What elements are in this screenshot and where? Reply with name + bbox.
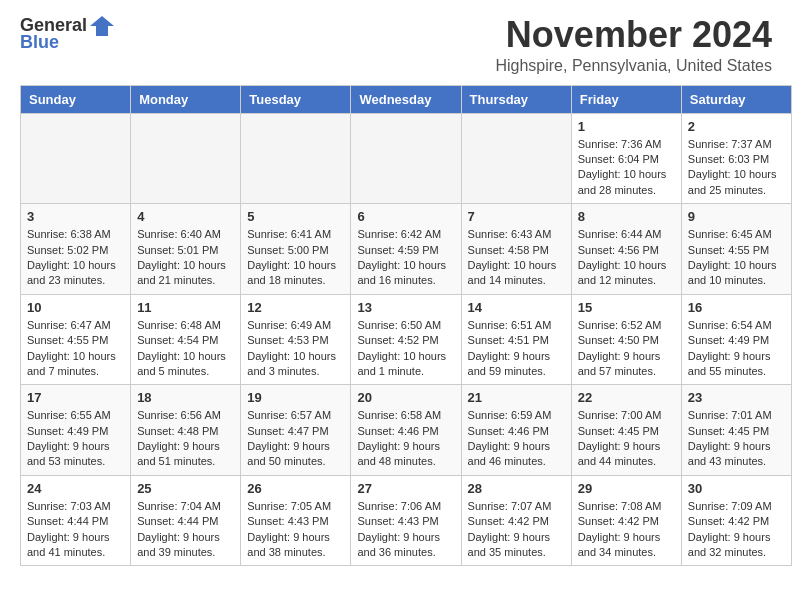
day-info: Sunrise: 6:58 AM Sunset: 4:46 PM Dayligh… bbox=[357, 408, 454, 470]
day-info: Sunrise: 7:03 AM Sunset: 4:44 PM Dayligh… bbox=[27, 499, 124, 561]
calendar-week-4: 17Sunrise: 6:55 AM Sunset: 4:49 PM Dayli… bbox=[21, 385, 792, 476]
day-info: Sunrise: 6:56 AM Sunset: 4:48 PM Dayligh… bbox=[137, 408, 234, 470]
location: Highspire, Pennsylvania, United States bbox=[495, 57, 772, 75]
day-number: 30 bbox=[688, 481, 785, 496]
logo: General Blue bbox=[20, 15, 114, 53]
day-number: 2 bbox=[688, 119, 785, 134]
day-number: 8 bbox=[578, 209, 675, 224]
day-number: 9 bbox=[688, 209, 785, 224]
calendar-cell-w2-d6: 9Sunrise: 6:45 AM Sunset: 4:55 PM Daylig… bbox=[681, 204, 791, 295]
calendar-cell-w4-d5: 22Sunrise: 7:00 AM Sunset: 4:45 PM Dayli… bbox=[571, 385, 681, 476]
logo-icon bbox=[90, 16, 114, 36]
day-info: Sunrise: 7:00 AM Sunset: 4:45 PM Dayligh… bbox=[578, 408, 675, 470]
calendar-cell-w3-d2: 12Sunrise: 6:49 AM Sunset: 4:53 PM Dayli… bbox=[241, 294, 351, 385]
calendar-wrapper: Sunday Monday Tuesday Wednesday Thursday… bbox=[0, 85, 792, 577]
day-info: Sunrise: 6:43 AM Sunset: 4:58 PM Dayligh… bbox=[468, 227, 565, 289]
day-info: Sunrise: 6:51 AM Sunset: 4:51 PM Dayligh… bbox=[468, 318, 565, 380]
day-number: 4 bbox=[137, 209, 234, 224]
day-number: 25 bbox=[137, 481, 234, 496]
calendar-cell-w2-d3: 6Sunrise: 6:42 AM Sunset: 4:59 PM Daylig… bbox=[351, 204, 461, 295]
calendar-cell-w1-d6: 2Sunrise: 7:37 AM Sunset: 6:03 PM Daylig… bbox=[681, 113, 791, 204]
calendar-cell-w5-d3: 27Sunrise: 7:06 AM Sunset: 4:43 PM Dayli… bbox=[351, 475, 461, 566]
calendar-cell-w1-d2 bbox=[241, 113, 351, 204]
day-number: 26 bbox=[247, 481, 344, 496]
calendar-cell-w1-d4 bbox=[461, 113, 571, 204]
day-number: 24 bbox=[27, 481, 124, 496]
calendar-cell-w2-d4: 7Sunrise: 6:43 AM Sunset: 4:58 PM Daylig… bbox=[461, 204, 571, 295]
calendar-cell-w5-d5: 29Sunrise: 7:08 AM Sunset: 4:42 PM Dayli… bbox=[571, 475, 681, 566]
day-info: Sunrise: 7:37 AM Sunset: 6:03 PM Dayligh… bbox=[688, 137, 785, 199]
col-sunday: Sunday bbox=[21, 85, 131, 113]
calendar-cell-w2-d2: 5Sunrise: 6:41 AM Sunset: 5:00 PM Daylig… bbox=[241, 204, 351, 295]
day-info: Sunrise: 6:52 AM Sunset: 4:50 PM Dayligh… bbox=[578, 318, 675, 380]
day-info: Sunrise: 6:55 AM Sunset: 4:49 PM Dayligh… bbox=[27, 408, 124, 470]
day-number: 21 bbox=[468, 390, 565, 405]
calendar-cell-w3-d4: 14Sunrise: 6:51 AM Sunset: 4:51 PM Dayli… bbox=[461, 294, 571, 385]
day-number: 23 bbox=[688, 390, 785, 405]
calendar-cell-w4-d1: 18Sunrise: 6:56 AM Sunset: 4:48 PM Dayli… bbox=[131, 385, 241, 476]
header-row: Sunday Monday Tuesday Wednesday Thursday… bbox=[21, 85, 792, 113]
calendar-week-1: 1Sunrise: 7:36 AM Sunset: 6:04 PM Daylig… bbox=[21, 113, 792, 204]
calendar-cell-w3-d3: 13Sunrise: 6:50 AM Sunset: 4:52 PM Dayli… bbox=[351, 294, 461, 385]
month-title: November 2024 bbox=[495, 15, 772, 55]
logo-blue: Blue bbox=[20, 32, 59, 53]
day-info: Sunrise: 6:40 AM Sunset: 5:01 PM Dayligh… bbox=[137, 227, 234, 289]
day-number: 27 bbox=[357, 481, 454, 496]
calendar-week-2: 3Sunrise: 6:38 AM Sunset: 5:02 PM Daylig… bbox=[21, 204, 792, 295]
day-info: Sunrise: 6:50 AM Sunset: 4:52 PM Dayligh… bbox=[357, 318, 454, 380]
title-section: November 2024 Highspire, Pennsylvania, U… bbox=[495, 15, 772, 75]
day-info: Sunrise: 6:54 AM Sunset: 4:49 PM Dayligh… bbox=[688, 318, 785, 380]
calendar-cell-w5-d6: 30Sunrise: 7:09 AM Sunset: 4:42 PM Dayli… bbox=[681, 475, 791, 566]
calendar-body: 1Sunrise: 7:36 AM Sunset: 6:04 PM Daylig… bbox=[21, 113, 792, 566]
day-number: 3 bbox=[27, 209, 124, 224]
day-number: 28 bbox=[468, 481, 565, 496]
day-info: Sunrise: 6:49 AM Sunset: 4:53 PM Dayligh… bbox=[247, 318, 344, 380]
day-info: Sunrise: 6:42 AM Sunset: 4:59 PM Dayligh… bbox=[357, 227, 454, 289]
day-number: 16 bbox=[688, 300, 785, 315]
calendar-cell-w3-d6: 16Sunrise: 6:54 AM Sunset: 4:49 PM Dayli… bbox=[681, 294, 791, 385]
day-info: Sunrise: 7:36 AM Sunset: 6:04 PM Dayligh… bbox=[578, 137, 675, 199]
day-number: 6 bbox=[357, 209, 454, 224]
calendar-week-5: 24Sunrise: 7:03 AM Sunset: 4:44 PM Dayli… bbox=[21, 475, 792, 566]
calendar-cell-w1-d0 bbox=[21, 113, 131, 204]
calendar-cell-w1-d5: 1Sunrise: 7:36 AM Sunset: 6:04 PM Daylig… bbox=[571, 113, 681, 204]
day-info: Sunrise: 6:47 AM Sunset: 4:55 PM Dayligh… bbox=[27, 318, 124, 380]
day-number: 14 bbox=[468, 300, 565, 315]
day-info: Sunrise: 6:41 AM Sunset: 5:00 PM Dayligh… bbox=[247, 227, 344, 289]
day-info: Sunrise: 7:08 AM Sunset: 4:42 PM Dayligh… bbox=[578, 499, 675, 561]
svg-marker-0 bbox=[90, 16, 114, 36]
day-number: 17 bbox=[27, 390, 124, 405]
calendar-week-3: 10Sunrise: 6:47 AM Sunset: 4:55 PM Dayli… bbox=[21, 294, 792, 385]
day-info: Sunrise: 7:07 AM Sunset: 4:42 PM Dayligh… bbox=[468, 499, 565, 561]
calendar-cell-w3-d0: 10Sunrise: 6:47 AM Sunset: 4:55 PM Dayli… bbox=[21, 294, 131, 385]
calendar-cell-w2-d0: 3Sunrise: 6:38 AM Sunset: 5:02 PM Daylig… bbox=[21, 204, 131, 295]
day-info: Sunrise: 7:01 AM Sunset: 4:45 PM Dayligh… bbox=[688, 408, 785, 470]
day-info: Sunrise: 6:48 AM Sunset: 4:54 PM Dayligh… bbox=[137, 318, 234, 380]
day-number: 29 bbox=[578, 481, 675, 496]
day-info: Sunrise: 6:38 AM Sunset: 5:02 PM Dayligh… bbox=[27, 227, 124, 289]
calendar-cell-w4-d6: 23Sunrise: 7:01 AM Sunset: 4:45 PM Dayli… bbox=[681, 385, 791, 476]
day-info: Sunrise: 7:04 AM Sunset: 4:44 PM Dayligh… bbox=[137, 499, 234, 561]
day-info: Sunrise: 6:44 AM Sunset: 4:56 PM Dayligh… bbox=[578, 227, 675, 289]
day-number: 7 bbox=[468, 209, 565, 224]
col-saturday: Saturday bbox=[681, 85, 791, 113]
day-number: 22 bbox=[578, 390, 675, 405]
day-info: Sunrise: 6:45 AM Sunset: 4:55 PM Dayligh… bbox=[688, 227, 785, 289]
day-info: Sunrise: 6:57 AM Sunset: 4:47 PM Dayligh… bbox=[247, 408, 344, 470]
col-friday: Friday bbox=[571, 85, 681, 113]
calendar-cell-w1-d1 bbox=[131, 113, 241, 204]
day-info: Sunrise: 7:05 AM Sunset: 4:43 PM Dayligh… bbox=[247, 499, 344, 561]
calendar-cell-w5-d2: 26Sunrise: 7:05 AM Sunset: 4:43 PM Dayli… bbox=[241, 475, 351, 566]
calendar-cell-w2-d1: 4Sunrise: 6:40 AM Sunset: 5:01 PM Daylig… bbox=[131, 204, 241, 295]
day-number: 13 bbox=[357, 300, 454, 315]
calendar-cell-w4-d3: 20Sunrise: 6:58 AM Sunset: 4:46 PM Dayli… bbox=[351, 385, 461, 476]
calendar-cell-w3-d1: 11Sunrise: 6:48 AM Sunset: 4:54 PM Dayli… bbox=[131, 294, 241, 385]
calendar-cell-w4-d0: 17Sunrise: 6:55 AM Sunset: 4:49 PM Dayli… bbox=[21, 385, 131, 476]
day-number: 12 bbox=[247, 300, 344, 315]
day-info: Sunrise: 7:09 AM Sunset: 4:42 PM Dayligh… bbox=[688, 499, 785, 561]
calendar-cell-w2-d5: 8Sunrise: 6:44 AM Sunset: 4:56 PM Daylig… bbox=[571, 204, 681, 295]
day-number: 20 bbox=[357, 390, 454, 405]
col-wednesday: Wednesday bbox=[351, 85, 461, 113]
col-monday: Monday bbox=[131, 85, 241, 113]
day-number: 10 bbox=[27, 300, 124, 315]
